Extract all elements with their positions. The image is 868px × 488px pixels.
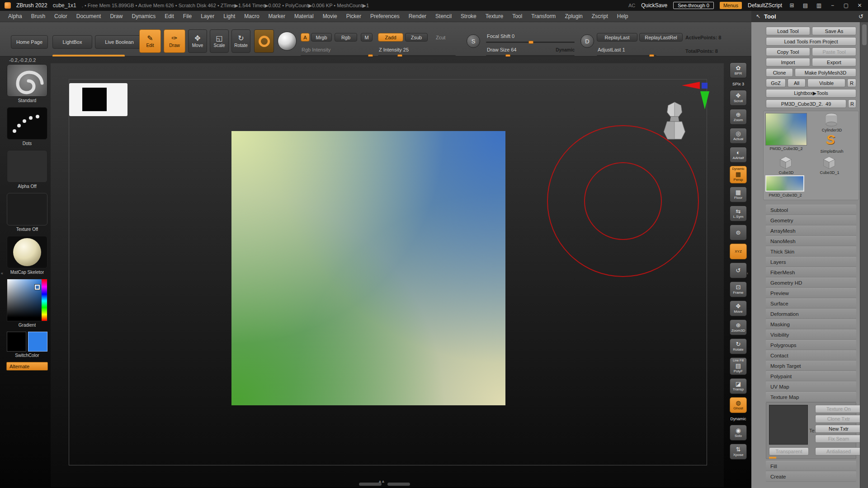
draw-button[interactable]: ✑ Draw (164, 29, 185, 53)
tool-section[interactable]: Masking (766, 319, 856, 329)
menu-item[interactable]: Render (404, 13, 431, 19)
clone-button[interactable]: Clone (766, 68, 793, 77)
menu-item[interactable]: Texture (481, 13, 508, 19)
maximize-icon[interactable]: ▢ (842, 2, 850, 9)
right-shelf-button[interactable]: ✥ Scroll (730, 90, 747, 106)
edit-button[interactable]: ✎ Edit (139, 29, 161, 53)
menu-item[interactable]: Stroke (456, 13, 481, 19)
menu-item[interactable]: File (179, 13, 196, 19)
menu-item[interactable]: Layer (196, 13, 219, 19)
color-picker-selector[interactable] (35, 285, 40, 290)
current-material-item[interactable]: MatCap Skeletor (6, 236, 48, 275)
nav-red-arrow-icon[interactable] (682, 82, 700, 89)
current-alpha-item[interactable]: Alpha Off (6, 150, 48, 189)
texture-map-button[interactable]: Texture On (815, 405, 862, 413)
tool-section[interactable]: Geometry HD (766, 277, 856, 288)
menu-item[interactable]: Transform (527, 13, 560, 19)
scale-button[interactable]: ◱ Scale (210, 29, 229, 53)
menu-item[interactable]: Preferences (366, 13, 404, 19)
rgb-button[interactable]: Rgb (335, 33, 357, 42)
replay-last-rel-button[interactable]: ReplayLastRel (639, 33, 683, 42)
layout-icon[interactable]: ▤ (802, 2, 809, 9)
right-shelf-button[interactable]: ↻ Rotate (730, 338, 747, 354)
minimize-icon[interactable]: − (829, 2, 836, 9)
menu-item[interactable]: Stencil (431, 13, 456, 19)
a-toggle-button[interactable]: A (301, 33, 310, 42)
tool-section[interactable]: Thick Skin (766, 246, 856, 257)
tool-thumbnail-pm3d-cube[interactable] (765, 113, 807, 145)
tool-section[interactable]: FiberMesh (766, 267, 856, 277)
tool-section[interactable]: Visibility (766, 329, 856, 340)
nav-blue-dot-icon[interactable] (702, 83, 708, 89)
tool-section[interactable]: Fill (766, 461, 856, 471)
right-shelf-button[interactable]: ⊕ Zoom3D (730, 319, 747, 335)
right-shelf-button[interactable]: Dynamic (730, 416, 747, 422)
alternate-button[interactable]: Alternate (6, 362, 48, 371)
quicksave-button[interactable]: QuickSave (641, 2, 667, 9)
goz-visible-button[interactable]: Visible (807, 79, 845, 87)
lightbox-button[interactable]: LightBox (52, 35, 92, 49)
import-button[interactable]: Import (766, 58, 810, 66)
menu-item[interactable]: Dynamics (127, 13, 160, 19)
right-shelf-button[interactable]: Line Fill ▤ PolyF (730, 357, 747, 375)
antialiased-button[interactable]: Antialiased (815, 447, 862, 455)
current-brush-item[interactable]: Standard (6, 64, 48, 103)
adjust-last-slider[interactable]: AdjustLast 1 (597, 47, 656, 55)
right-shelf-button[interactable]: ◎ Actual (730, 128, 747, 144)
right-shelf-button[interactable]: ⊡ Frame (730, 282, 747, 297)
tool-section[interactable]: Layers (766, 257, 856, 267)
menu-item[interactable]: Color (50, 13, 72, 19)
camera-bust-icon[interactable] (660, 101, 689, 140)
replay-last-button[interactable]: ReplayLast (597, 33, 637, 42)
primary-color-swatch[interactable] (28, 332, 47, 352)
tool-section[interactable]: UV Map (766, 381, 856, 392)
tool-section[interactable]: Preview (766, 288, 856, 298)
menu-item[interactable]: Alpha (4, 13, 27, 19)
tool-section[interactable]: Contact (766, 350, 856, 361)
mrgb-button[interactable]: Mrgb (311, 33, 332, 42)
right-shelf-button[interactable]: ▦ Floor (730, 187, 747, 202)
current-material-sphere[interactable] (278, 32, 297, 51)
menus-button[interactable]: Menus (720, 2, 742, 9)
right-shelf-button[interactable]: ◪ Transp (730, 378, 747, 394)
menu-item[interactable]: Tool (508, 13, 527, 19)
m-button[interactable]: M (361, 33, 373, 42)
panel-flip-icon[interactable]: ⊞ (788, 2, 796, 9)
scrollbar-handle[interactable] (862, 24, 867, 45)
z-intensity-slider[interactable]: Z Intensity 25 (378, 47, 456, 55)
zsub-button[interactable]: Zsub (405, 33, 428, 42)
dynamic-toggle[interactable]: D (580, 34, 594, 48)
menu-item[interactable]: Draw (105, 13, 127, 19)
tool-section[interactable]: ArrayMesh (766, 225, 856, 236)
tool-section[interactable]: Morph Target (766, 361, 856, 371)
tool-panel-scrollbar[interactable] (860, 22, 868, 488)
goz-button[interactable]: GoZ (766, 79, 786, 87)
canvas-scroll-arrows-icon[interactable]: ▲▲ (378, 479, 384, 483)
tool-r-button[interactable]: R (848, 99, 856, 108)
close-icon[interactable]: ✕ (856, 2, 863, 9)
menu-item[interactable]: Help (613, 13, 633, 19)
tool-thumbnail-cube3d[interactable] (777, 155, 794, 170)
right-shelf-button[interactable]: ⊕ Zoom (730, 109, 747, 125)
menu-item[interactable]: Marker (264, 13, 290, 19)
menu-item[interactable]: Zscript (587, 13, 613, 19)
draw-size-slider[interactable]: Draw Size 64 Dynamic (486, 47, 575, 55)
secondary-color-swatch[interactable] (7, 332, 26, 352)
right-shelf-button[interactable]: ⇅ Xpose (730, 444, 747, 460)
right-shelf-button[interactable]: ◐ AAHalf (730, 147, 747, 163)
live-boolean-button[interactable]: Live Boolean (95, 35, 144, 49)
nav-green-arrow-icon[interactable] (700, 91, 709, 109)
current-texture-item[interactable]: Texture Off (6, 193, 48, 232)
move-button[interactable]: ✥ Move (188, 29, 207, 53)
tool-section[interactable]: Subtool (766, 205, 856, 215)
menu-item[interactable]: Light (219, 13, 240, 19)
right-shelf-button[interactable]: ✿ BPR (730, 62, 747, 78)
restore-configuration-icon[interactable]: ↺ (859, 13, 863, 20)
texture-map-button[interactable]: Clone Txtr (815, 415, 862, 423)
home-page-button[interactable]: Home Page (11, 35, 48, 49)
tool-section[interactable]: NanoMesh (766, 236, 856, 246)
tool-section[interactable]: Surface (766, 298, 856, 309)
right-shelf-button[interactable]: ◉ Solo (730, 425, 747, 441)
left-divider-grip[interactable]: ‹‹ (1, 271, 3, 276)
menu-item[interactable]: Macro (240, 13, 264, 19)
